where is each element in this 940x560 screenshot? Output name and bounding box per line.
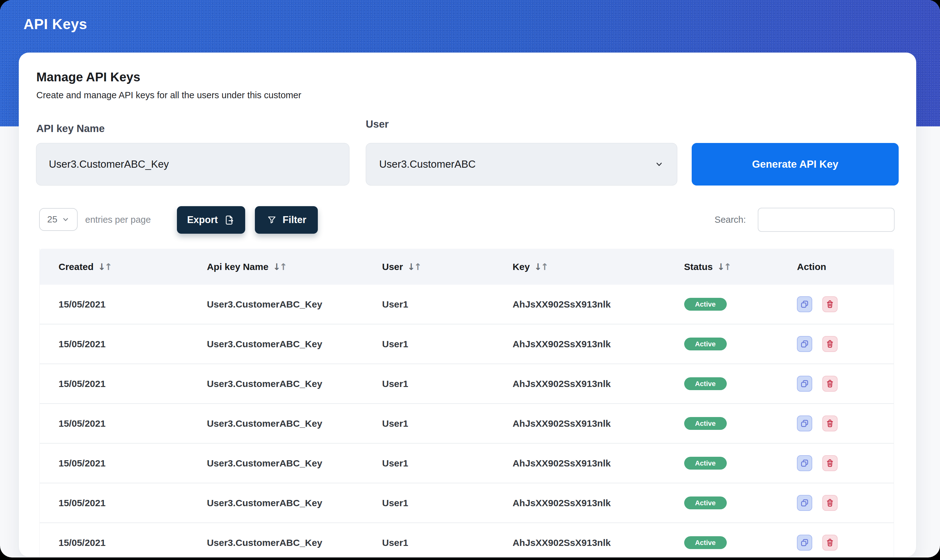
cell-action <box>797 535 894 551</box>
chevron-down-icon <box>654 160 664 169</box>
cell-created: 15/05/2021 <box>40 378 207 389</box>
copy-key-button[interactable] <box>797 376 812 392</box>
copy-key-button[interactable] <box>797 336 812 352</box>
cell-api-key-name: User3.CustomerABC_Key <box>207 498 382 508</box>
copy-icon <box>800 458 809 468</box>
table-row: 15/05/2021 User3.CustomerABC_Key User1 A… <box>40 404 894 444</box>
sort-icon: ↓↑ <box>273 262 286 272</box>
entries-per-page-select[interactable]: 25 <box>39 208 78 231</box>
column-header-key[interactable]: Key↓↑ <box>512 262 684 272</box>
column-header-label: Status <box>684 262 713 272</box>
user-select[interactable]: User3.CustomerABC <box>366 143 677 186</box>
trash-icon <box>825 458 835 468</box>
status-badge: Active <box>684 536 727 549</box>
delete-key-button[interactable] <box>822 296 838 312</box>
search-input[interactable] <box>758 208 895 232</box>
table-row: 15/05/2021 User3.CustomerABC_Key User1 A… <box>40 483 894 523</box>
user-select-value: User3.CustomerABC <box>379 158 475 170</box>
cell-key: AhJsXX902SsX913nlk <box>512 418 684 429</box>
cell-created: 15/05/2021 <box>40 458 207 469</box>
cell-created: 15/05/2021 <box>40 537 207 548</box>
delete-key-button[interactable] <box>822 455 838 471</box>
trash-icon <box>825 538 835 548</box>
cell-created: 15/05/2021 <box>40 498 207 508</box>
column-header-action: Action <box>797 262 894 272</box>
cell-action <box>797 296 894 312</box>
entries-per-page-value: 25 <box>47 214 57 225</box>
trash-icon <box>825 498 835 508</box>
cell-key: AhJsXX902SsX913nlk <box>512 339 684 349</box>
cell-key: AhJsXX902SsX913nlk <box>512 498 684 508</box>
cell-action <box>797 495 894 511</box>
cell-status: Active <box>684 298 797 311</box>
column-header-api-key-name[interactable]: Api key Name↓↑ <box>207 262 382 272</box>
filter-button[interactable]: Filter <box>255 206 318 234</box>
export-label: Export <box>187 214 218 226</box>
table-row: 15/05/2021 User3.CustomerABC_Key User1 A… <box>40 285 894 325</box>
sort-icon: ↓↑ <box>98 262 111 272</box>
table-row: 15/05/2021 User3.CustomerABC_Key User1 A… <box>40 444 894 483</box>
copy-key-button[interactable] <box>797 455 812 471</box>
cell-status: Active <box>684 338 797 351</box>
column-header-created[interactable]: Created↓↑ <box>40 262 207 272</box>
copy-key-button[interactable] <box>797 296 812 312</box>
delete-key-button[interactable] <box>822 495 838 511</box>
cell-user: User1 <box>382 498 512 508</box>
entries-per-page-label: entries per page <box>85 215 151 225</box>
card-subheading: Create and manage API keys for all the u… <box>36 90 301 100</box>
column-header-user[interactable]: User↓↑ <box>382 262 512 272</box>
copy-icon <box>800 299 809 309</box>
cell-key: AhJsXX902SsX913nlk <box>512 458 684 469</box>
search-label: Search: <box>715 215 746 225</box>
column-header-label: User <box>382 262 403 272</box>
cell-created: 15/05/2021 <box>40 339 207 349</box>
cell-action <box>797 455 894 471</box>
trash-icon <box>825 299 835 309</box>
table-body: 15/05/2021 User3.CustomerABC_Key User1 A… <box>40 285 894 557</box>
cell-api-key-name: User3.CustomerABC_Key <box>207 458 382 469</box>
copy-key-button[interactable] <box>797 495 812 511</box>
copy-icon <box>800 418 809 428</box>
filter-icon <box>267 215 277 225</box>
delete-key-button[interactable] <box>822 376 838 392</box>
delete-key-button[interactable] <box>822 336 838 352</box>
cell-status: Active <box>684 417 797 430</box>
api-key-name-input[interactable] <box>36 143 349 186</box>
status-badge: Active <box>684 497 727 509</box>
status-badge: Active <box>684 377 727 390</box>
cell-user: User1 <box>382 299 512 310</box>
cell-created: 15/05/2021 <box>40 299 207 310</box>
search-area: Search: <box>715 208 895 232</box>
column-header-status[interactable]: Status↓↑ <box>684 262 797 272</box>
copy-icon <box>800 339 809 349</box>
copy-key-button[interactable] <box>797 535 812 551</box>
filter-label: Filter <box>283 214 307 226</box>
trash-icon <box>825 418 835 428</box>
manage-api-keys-card: Manage API Keys Create and manage API ke… <box>19 52 916 557</box>
cell-user: User1 <box>382 418 512 429</box>
copy-key-button[interactable] <box>797 415 812 431</box>
cell-action <box>797 376 894 392</box>
table-row: 15/05/2021 User3.CustomerABC_Key User1 A… <box>40 325 894 364</box>
api-key-name-label: API key Name <box>36 123 105 134</box>
delete-key-button[interactable] <box>822 415 838 431</box>
chevron-down-icon <box>62 215 69 223</box>
sort-icon: ↓↑ <box>534 262 548 272</box>
page-title: API Keys <box>23 15 87 32</box>
cell-api-key-name: User3.CustomerABC_Key <box>207 537 382 548</box>
cell-status: Active <box>684 536 797 549</box>
api-keys-table: Created↓↑Api key Name↓↑User↓↑Key↓↑Status… <box>39 249 894 557</box>
sort-icon: ↓↑ <box>407 262 421 272</box>
user-label: User <box>366 118 389 130</box>
copy-icon <box>800 498 809 508</box>
cell-user: User1 <box>382 458 512 469</box>
delete-key-button[interactable] <box>822 535 838 551</box>
cell-key: AhJsXX902SsX913nlk <box>512 299 684 310</box>
sort-icon: ↓↑ <box>717 262 730 272</box>
cell-key: AhJsXX902SsX913nlk <box>512 537 684 548</box>
export-button[interactable]: Export <box>177 206 245 234</box>
trash-icon <box>825 379 835 389</box>
cell-api-key-name: User3.CustomerABC_Key <box>207 339 382 349</box>
cell-user: User1 <box>382 339 512 349</box>
generate-api-key-button[interactable]: Generate API Key <box>692 143 899 186</box>
